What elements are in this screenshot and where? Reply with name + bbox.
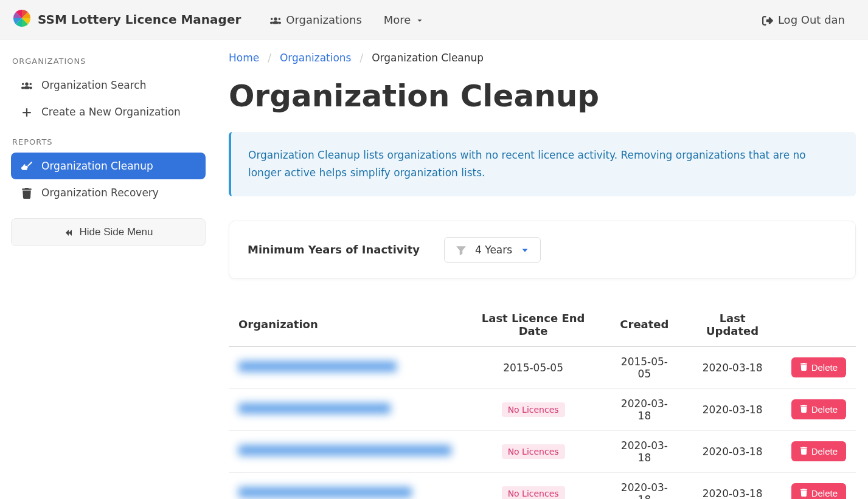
cell-organization	[229, 388, 461, 430]
breadcrumb-organizations[interactable]: Organizations	[280, 52, 352, 64]
sidebar-item-label: Organization Cleanup	[41, 160, 153, 172]
cell-actions: Delete	[782, 472, 856, 499]
cell-organization	[229, 430, 461, 472]
table-row: No Licences2020-03-182020-03-18Delete	[229, 388, 856, 430]
organization-name-redacted[interactable]	[238, 445, 451, 456]
angle-double-left-icon	[64, 226, 74, 238]
cell-last-licence: 2015-05-05	[461, 346, 605, 389]
delete-label: Delete	[811, 362, 838, 373]
table-row: No Licences2020-03-182020-03-18Delete	[229, 472, 856, 499]
trash-icon	[800, 362, 808, 373]
cell-last-licence: No Licences	[461, 388, 605, 430]
no-licences-badge: No Licences	[502, 444, 565, 459]
cell-created: 2020-03-18	[605, 430, 683, 472]
trash-icon	[800, 488, 808, 498]
col-created: Created	[605, 303, 683, 346]
breadcrumb-current: Organization Cleanup	[372, 52, 484, 64]
delete-button[interactable]: Delete	[791, 483, 846, 499]
sidebar-item-label: Create a New Organization	[41, 106, 181, 118]
filter-card: Minimum Years of Inactivity 4 Years	[229, 221, 856, 279]
chevron-down-icon	[415, 13, 424, 26]
organization-name-redacted[interactable]	[238, 487, 412, 498]
table-row: 2015-05-052015-05-052020-03-18Delete	[229, 346, 856, 389]
sidebar-heading-organizations: ORGANIZATIONS	[12, 57, 206, 66]
delete-button[interactable]: Delete	[791, 399, 846, 419]
main-content: Home / Organizations / Organization Clea…	[217, 40, 868, 499]
sign-out-icon	[762, 13, 773, 26]
cell-last-licence: No Licences	[461, 472, 605, 499]
cell-organization	[229, 472, 461, 499]
brand[interactable]: SSM Lottery Licence Manager	[12, 9, 241, 31]
delete-label: Delete	[811, 404, 838, 415]
sidebar-item-create-org[interactable]: Create a New Organization	[11, 98, 206, 125]
cell-updated: 2020-03-18	[684, 388, 782, 430]
brand-title: SSM Lottery Licence Manager	[38, 12, 241, 27]
breadcrumb-separator: /	[359, 52, 363, 64]
nav-logout[interactable]: Log Out dan	[751, 0, 856, 40]
organization-name-redacted[interactable]	[238, 403, 391, 414]
organizations-table: Organization Last Licence End Date Creat…	[229, 303, 856, 499]
brand-logo-icon	[12, 9, 32, 31]
delete-label: Delete	[811, 446, 838, 456]
cell-organization	[229, 346, 461, 389]
info-message: Organization Cleanup lists organizations…	[229, 132, 856, 196]
col-last-licence: Last Licence End Date	[461, 303, 605, 346]
users-icon	[21, 79, 33, 91]
page-title: Organization Cleanup	[229, 78, 856, 114]
breadcrumb-home[interactable]: Home	[229, 52, 259, 64]
sidebar-item-org-recovery[interactable]: Organization Recovery	[11, 179, 206, 206]
inactivity-years-value: 4 Years	[475, 244, 512, 256]
plus-icon	[21, 106, 33, 118]
cell-actions: Delete	[782, 346, 856, 389]
users-icon	[270, 13, 281, 26]
nav-logout-label: Log Out dan	[778, 13, 845, 26]
hide-side-menu-button[interactable]: Hide Side Menu	[11, 218, 206, 246]
sidebar-item-org-cleanup[interactable]: Organization Cleanup	[11, 153, 206, 179]
table-row: No Licences2020-03-182020-03-18Delete	[229, 430, 856, 472]
cell-created: 2020-03-18	[605, 388, 683, 430]
inactivity-years-select[interactable]: 4 Years	[444, 237, 541, 263]
nav-more[interactable]: More	[373, 0, 436, 40]
nav-more-label: More	[384, 13, 411, 26]
trash-restore-icon	[21, 187, 33, 199]
sidebar: ORGANIZATIONS Organization Search Create…	[0, 40, 217, 499]
organization-name-redacted[interactable]	[238, 361, 397, 372]
filter-icon	[456, 244, 467, 256]
delete-label: Delete	[811, 488, 838, 498]
sidebar-item-org-search[interactable]: Organization Search	[11, 72, 206, 98]
broom-icon	[21, 160, 33, 172]
cell-updated: 2020-03-18	[684, 430, 782, 472]
no-licences-badge: No Licences	[502, 402, 565, 417]
col-organization: Organization	[229, 303, 461, 346]
filter-label: Minimum Years of Inactivity	[248, 243, 420, 256]
cell-actions: Delete	[782, 430, 856, 472]
no-licences-badge: No Licences	[502, 486, 565, 499]
cell-created: 2015-05-05	[605, 346, 683, 389]
col-actions	[782, 303, 856, 346]
top-navbar: SSM Lottery Licence Manager Organization…	[0, 0, 868, 40]
cell-last-licence: No Licences	[461, 430, 605, 472]
cell-updated: 2020-03-18	[684, 346, 782, 389]
sidebar-item-label: Organization Search	[41, 79, 147, 91]
sidebar-heading-reports: REPORTS	[12, 137, 206, 146]
delete-button[interactable]: Delete	[791, 357, 846, 377]
hide-side-menu-label: Hide Side Menu	[80, 226, 153, 238]
breadcrumb: Home / Organizations / Organization Clea…	[229, 52, 856, 64]
nav-organizations-label: Organizations	[286, 13, 361, 26]
sidebar-item-label: Organization Recovery	[41, 187, 159, 199]
cell-updated: 2020-03-18	[684, 472, 782, 499]
trash-icon	[800, 404, 808, 415]
cell-actions: Delete	[782, 388, 856, 430]
delete-button[interactable]: Delete	[791, 441, 846, 461]
chevron-down-icon	[521, 244, 529, 256]
cell-created: 2020-03-18	[605, 472, 683, 499]
nav-organizations[interactable]: Organizations	[259, 0, 372, 40]
breadcrumb-separator: /	[268, 52, 271, 64]
trash-icon	[800, 446, 808, 456]
col-updated: Last Updated	[684, 303, 782, 346]
